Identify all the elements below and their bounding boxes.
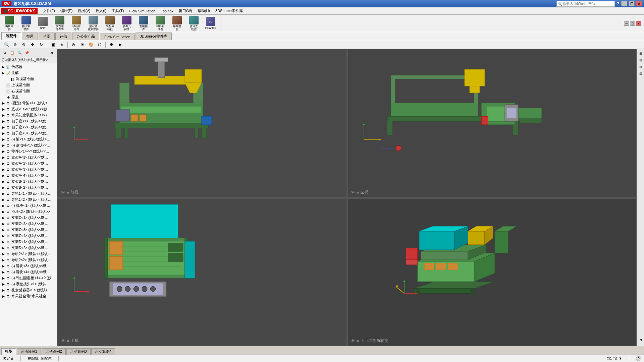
zoom-out-icon[interactable]: ⊖ <box>20 41 28 48</box>
tb-close-btn[interactable]: ✕ <box>636 21 641 26</box>
rs-btn-1[interactable]: ⊞ <box>638 50 644 56</box>
tree-frame[interactable]: ▶ ⚙ (固定) 骨架<1> (默认<默> <box>0 100 57 106</box>
panel-icon-1[interactable]: ⚙ <box>1 50 8 56</box>
tree-slider1[interactable]: ▶ ⚙ (-) 滑块<1> (默认<<默认> <box>0 203 57 209</box>
settings-icon[interactable]: ⚙ <box>108 41 115 48</box>
tree-bracketA1[interactable]: ▶ ⚙ 支架A<1> (默认<<默认>> <box>0 155 57 161</box>
tree-bracketC3[interactable]: ▶ ⚙ 支架C<3> (默认<<默认>> <box>0 227 57 233</box>
panel-icon-3[interactable]: 🔍 <box>16 50 23 56</box>
rs-btn-3[interactable]: ⊠ <box>638 64 644 70</box>
view-mode-icon[interactable]: ▣ <box>49 41 57 48</box>
zoom-in-icon[interactable]: 🔍 <box>3 41 10 48</box>
viewport-left[interactable]: 👁 ■ 左视 <box>347 49 637 197</box>
tab-evaluate[interactable]: 评估 <box>55 33 71 40</box>
tree-bracketA3[interactable]: ▶ ⚙ 支架A<3> (默认<<默认>> <box>0 167 57 173</box>
tree-annotations[interactable]: ▶ 📝 注解 <box>0 70 57 76</box>
more-icon[interactable]: ▶ <box>116 41 124 48</box>
tb-min-btn[interactable]: ─ <box>624 21 629 26</box>
tree-rail2-1[interactable]: ▶ ⚙ 导轨2<1> (默认<<默认>> <box>0 251 57 257</box>
menu-item-insert[interactable]: 插入(I) <box>93 8 109 14</box>
tab-sketch[interactable]: 草图 <box>39 33 55 40</box>
tree-base-plate[interactable]: ▶ ⚙ 底板<1>->? (默认<<默认> <box>0 106 57 112</box>
menu-item-help[interactable]: 帮助(H) <box>195 8 213 14</box>
tree-origin[interactable]: ✚ 原点 <box>0 94 57 100</box>
panel-icon-4[interactable]: 📌 <box>23 50 30 56</box>
menu-item-flow[interactable]: Flow Simulation <box>127 8 158 14</box>
tb-show-hide[interactable]: 显示隐藏零部件 <box>85 16 101 31</box>
scene-icon[interactable]: ⬡ <box>96 41 103 48</box>
tree-shaft[interactable]: ▶ ⚙ (-) 轴<1> (默认<默认>_默 <box>0 136 57 142</box>
display-mode-icon[interactable]: ◈ <box>58 41 65 48</box>
tree-front-plane[interactable]: ◧ 前视基准面 <box>0 76 57 82</box>
tree-right-plane[interactable]: ⬜ 右视基准面 <box>0 88 57 94</box>
tree-slider4[interactable]: ▶ ⚙ (-) 滑块<4> (默认<<默认> <box>0 269 57 275</box>
tree-roller[interactable]: ▶ ⚙ (-) 滚动棒<1> (默认<<默认 <box>0 142 57 148</box>
appearance-icon[interactable]: 🎨 <box>87 41 95 48</box>
menu-item-edit[interactable]: 编辑(E) <box>58 8 75 14</box>
tree-slider2[interactable]: ▶ ⚙ 滑块<2> (默认<<默认>> <box>0 209 57 215</box>
tree-rail2-2[interactable]: ▶ ⚙ 导轨2<2> (默认<<默认>> <box>0 257 57 263</box>
tree-gift-box[interactable]: ▶ ⚙ 水果礼盒装配体2<1> (默认 <box>0 112 57 118</box>
viewport-top[interactable]: 👁 ■ 上视 <box>57 197 347 346</box>
menu-item-window[interactable]: 窗口(W) <box>176 8 195 14</box>
menu-item-toolbox[interactable]: Toolbox <box>158 8 176 14</box>
tree-bracketB1[interactable]: ▶ ⚙ 支架B<1> (默认<<默认>> <box>0 179 57 185</box>
panel-expand-btn[interactable]: ≫ <box>49 50 55 56</box>
pan-icon[interactable]: ✥ <box>29 41 36 48</box>
tb-explode[interactable]: 爆炸视图 <box>169 16 185 31</box>
rotate-icon[interactable]: ↻ <box>38 41 45 48</box>
tb-smart-fastener[interactable]: 智能扣件 <box>136 16 152 31</box>
btab-motion3[interactable]: 运动算例3 <box>66 348 91 355</box>
tree-rail1-2[interactable]: ▶ ⚙ 导轨1<2> (默认<<默认>> <box>0 197 57 203</box>
rs-collapse-btn[interactable]: ◀ <box>638 335 644 345</box>
tree-fruit-social[interactable]: ▶ ⚙ 水果社金葡^水果社金纳4( <box>0 293 57 299</box>
tree-cylinder-plate[interactable]: ▶ ⚙ (-) 气缸固定板<1>->? (默 <box>0 275 57 281</box>
tree-bracketA4[interactable]: ▶ ⚙ 支架A<4> (默认<<默认>> <box>0 173 57 179</box>
tree-sensors[interactable]: ▶ 📡 传感器 <box>0 64 57 70</box>
tree-part1[interactable]: ▶ ⚙ 零件1<1>->? (默认<<默认> <box>0 148 57 155</box>
menu-item-tools[interactable]: 工具(T) <box>109 8 126 14</box>
tab-flow-simulation[interactable]: Flow Simulation <box>100 34 135 40</box>
search-input[interactable] <box>563 2 613 6</box>
restore-button[interactable]: ❐ <box>629 1 635 6</box>
tab-layout[interactable]: 布局 <box>22 33 38 40</box>
tree-bracketD2[interactable]: ▶ ⚙ 支架D<2> (默认<<默认>> <box>0 245 57 251</box>
tb-move-component[interactable]: 移动零部件 <box>68 16 85 31</box>
help-icon[interactable]: ? <box>617 1 619 6</box>
viewport-front[interactable]: 👁 ■ 前视 <box>57 49 347 197</box>
panel-icon-2[interactable]: 📋 <box>9 50 15 56</box>
rs-btn-4[interactable]: ⊡ <box>638 70 644 76</box>
status-help[interactable]: ? <box>636 356 641 361</box>
btab-motion4[interactable]: 运动算例4 <box>91 348 115 355</box>
tb-instant3d[interactable]: 3D Instant3D <box>203 16 219 31</box>
rs-btn-2[interactable]: ⊟ <box>638 57 644 63</box>
tb-max-btn[interactable]: □ <box>630 21 635 26</box>
tb-edit-part[interactable]: 编辑零件 <box>1 16 17 31</box>
status-custom[interactable]: 自定义 ▼ <box>606 356 622 361</box>
tb-asm-feature[interactable]: 装配体特征 <box>102 16 118 31</box>
light-icon[interactable]: ☀ <box>78 41 86 48</box>
tree-bracketC1[interactable]: ▶ ⚙ 支架C<1> (默认<<默认>> <box>0 215 57 221</box>
btab-motion2[interactable]: 运动算例2 <box>42 348 66 355</box>
tree-bracketD1[interactable]: ▶ ⚙ 支架D<1> (默认<<默认>> <box>0 239 57 245</box>
menu-item-3dsource[interactable]: 3DSource零件库 <box>213 8 246 14</box>
tree-bracketA2[interactable]: ▶ ⚙ 支架A<2> (默认<<默认>> <box>0 161 57 167</box>
tree-suction-head[interactable]: ▶ ⚙ (-) 吸盘接头<1> (默认<<默 <box>0 281 57 287</box>
menu-item-view[interactable]: 视图(V) <box>75 8 93 14</box>
tb-linear-array[interactable]: 线性零部件阵 <box>52 16 68 31</box>
tab-office[interactable]: 办公室产品 <box>72 33 99 40</box>
tree-bearing3[interactable]: ▶ ⚙ 轴子座<3> (默认<<默认>> <box>0 130 57 136</box>
btab-motion1[interactable]: 运动算例1 <box>17 348 41 355</box>
tree-bracketC2[interactable]: ▶ ⚙ 支架C<2> (默认<<默认>> <box>0 221 57 227</box>
tb-ref-geometry[interactable]: 参考几何体 <box>119 16 135 31</box>
tree-bearing1[interactable]: ▶ ⚙ 轴子座<1> (默认<<默认>> <box>0 118 57 124</box>
minimize-button[interactable]: ─ <box>621 1 627 6</box>
tree-gift-container[interactable]: ▶ ⚙ 礼盒盛容器<1> (默认<<默认 <box>0 287 57 293</box>
tree-bracketC4[interactable]: ▶ ⚙ 支架C<4> (默认<<默认>> <box>0 233 57 239</box>
tree-top-plane[interactable]: ⬜ 上视基准面 <box>0 82 57 88</box>
tb-animate-explode[interactable]: 循环直线图 <box>186 16 202 31</box>
menu-item-file[interactable]: 文件(F) <box>40 8 58 14</box>
btab-model[interactable]: 模型 <box>1 348 16 355</box>
viewport-iso[interactable]: 👁 ■ 上下二等角轴测 <box>347 197 637 346</box>
tb-bom[interactable]: 材料明细表 <box>152 16 168 31</box>
